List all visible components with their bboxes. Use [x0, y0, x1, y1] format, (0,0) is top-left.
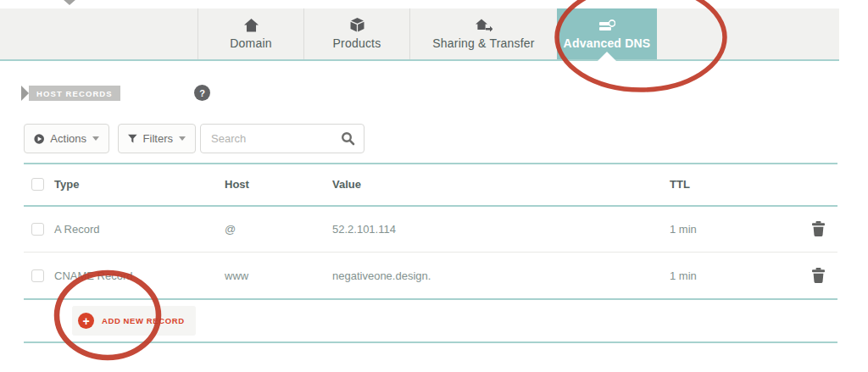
record-type[interactable]: A Record [54, 223, 99, 236]
record-value[interactable]: 52.2.101.114 [332, 223, 396, 236]
delete-record-button[interactable] [811, 268, 826, 287]
tab-domain[interactable]: Domain [198, 8, 303, 59]
help-button[interactable]: ? [194, 85, 210, 101]
search-icon[interactable] [341, 131, 355, 146]
column-header-ttl: TTL [670, 178, 690, 191]
table-bottom-border [24, 341, 837, 343]
row-checkbox[interactable] [31, 269, 44, 282]
select-all-checkbox[interactable] [31, 178, 44, 191]
record-host[interactable]: @ [225, 223, 236, 236]
tab-label: Sharing & Transfer [432, 36, 534, 50]
tab-label: Domain [230, 36, 271, 50]
play-icon [34, 132, 44, 146]
table-row: CNAME Record www negativeone.design. 1 m… [24, 253, 837, 298]
filters-label: Filters [143, 132, 173, 145]
record-value[interactable]: negativeone.design. [332, 269, 431, 282]
tab-label: Advanced DNS [564, 36, 651, 50]
chevron-down-icon [179, 136, 186, 141]
home-icon [244, 19, 259, 32]
chevron-down-icon [63, 0, 76, 5]
trash-icon [811, 268, 826, 284]
chevron-down-icon [92, 136, 99, 141]
record-ttl[interactable]: 1 min [670, 223, 697, 236]
section-badge: HOST RECORDS [21, 86, 120, 101]
tab-products[interactable]: Products [303, 8, 409, 59]
filters-button[interactable]: Filters [118, 124, 196, 153]
search-input[interactable] [201, 125, 337, 153]
ribbon-arrow-icon [21, 86, 29, 101]
record-host[interactable]: www [225, 269, 248, 282]
add-record-row: + ADD NEW RECORD [24, 300, 837, 341]
delete-record-button[interactable] [811, 221, 826, 241]
add-new-record-label: ADD NEW RECORD [102, 316, 185, 325]
row-checkbox[interactable] [31, 223, 44, 236]
tab-label: Products [333, 36, 381, 50]
transfer-home-icon [476, 19, 492, 32]
domain-tabbar: Domain Products Sharing & Transfer Adv [0, 8, 839, 61]
filter-icon [128, 133, 137, 145]
add-new-record-button[interactable]: + ADD NEW RECORD [72, 306, 196, 336]
dns-server-icon [598, 19, 615, 32]
column-header-value: Value [332, 178, 361, 191]
column-header-host: Host [225, 178, 249, 191]
row-divider [24, 252, 837, 253]
table-row: A Record @ 52.2.101.114 1 min [24, 207, 837, 252]
actions-label: Actions [50, 132, 86, 145]
advanced-dns-page: Domain Products Sharing & Transfer Adv [0, 0, 868, 372]
section-badge-label: HOST RECORDS [29, 86, 120, 101]
column-header-type: Type [54, 178, 79, 191]
record-ttl[interactable]: 1 min [670, 269, 697, 282]
tab-sharing-transfer[interactable]: Sharing & Transfer [409, 8, 557, 59]
search-box [200, 124, 364, 153]
actions-button[interactable]: Actions [24, 124, 109, 153]
products-box-icon [350, 18, 364, 32]
trash-icon [811, 221, 826, 237]
active-tab-caret [598, 52, 616, 61]
record-type[interactable]: CNAME Record [54, 269, 132, 282]
plus-icon: + [78, 313, 94, 329]
table-header-row: Type Host Value TTL [24, 163, 837, 205]
